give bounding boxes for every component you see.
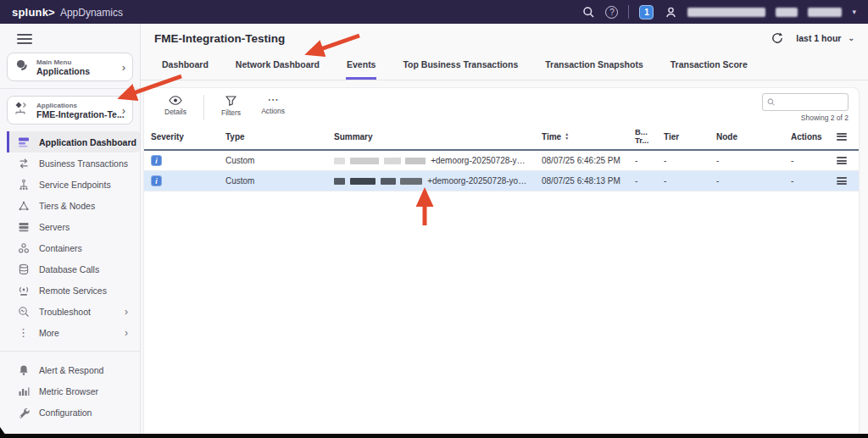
- search-icon: [767, 97, 775, 107]
- events-search-input[interactable]: [778, 97, 843, 107]
- chevron-down-icon: ⌄: [848, 34, 854, 42]
- severity-cell: i: [144, 150, 219, 171]
- toolbar-divider: [203, 95, 204, 120]
- row-menu-icon[interactable]: [837, 157, 847, 164]
- sort-icon: ▲▼: [565, 132, 569, 141]
- help-icon[interactable]: ?: [605, 6, 618, 19]
- columns-menu-icon[interactable]: [837, 133, 847, 141]
- col-header-node[interactable]: Node: [709, 124, 784, 150]
- sidebar-divider: [0, 351, 140, 352]
- sidebar-item-label: Application Dashboard: [39, 137, 136, 147]
- user-menu-caret-icon[interactable]: ▾: [852, 8, 856, 16]
- events-toolbar: Details Filters ⋯ Actions Showing 2 of: [144, 88, 859, 124]
- bt-cell: -: [628, 150, 657, 171]
- time-header-label: Time: [542, 132, 561, 141]
- sidebar-item-configuration[interactable]: Configuration: [7, 402, 140, 423]
- sidebar-item-label: Containers: [39, 243, 82, 253]
- sidebar-item-troubleshoot[interactable]: Troubleshoot ›: [7, 301, 140, 322]
- chevron-right-icon: ›: [122, 104, 125, 117]
- redacted-text: [350, 178, 376, 185]
- sidebar-item-servers[interactable]: Servers: [7, 216, 140, 237]
- sidebar: Main Menu Applications › Applications FM…: [0, 24, 141, 438]
- sidebar-item-tiers-nodes[interactable]: Tiers & Nodes: [7, 195, 140, 216]
- redacted-text: [384, 158, 401, 164]
- col-header-business-transaction[interactable]: B... Tr...: [628, 124, 657, 150]
- actions-button[interactable]: ⋯ Actions: [251, 93, 295, 118]
- info-severity-icon: i: [151, 175, 162, 186]
- col-header-type[interactable]: Type: [219, 124, 327, 150]
- tab-bar: Dashboard Network Dashboard Events Top B…: [141, 53, 868, 80]
- main-menu-card-value: Applications: [36, 66, 115, 76]
- sidebar-item-label: Metric Browser: [39, 386, 98, 396]
- tab-events[interactable]: Events: [346, 53, 376, 80]
- ellipsis-icon: ⋯: [268, 96, 279, 104]
- tab-transaction-score[interactable]: Transaction Score: [670, 53, 748, 80]
- cursor-artifact: [0, 427, 6, 435]
- col-header-tier[interactable]: Tier: [657, 124, 709, 150]
- application-card-value: FME-Integration-Te...: [36, 109, 115, 119]
- sidebar-nav: Application Dashboard Business Transacti…: [0, 131, 140, 423]
- row-menu-icon[interactable]: [837, 177, 847, 185]
- screen-edge-bar: [0, 434, 868, 438]
- transactions-icon: [17, 158, 30, 169]
- filters-button[interactable]: Filters: [211, 93, 251, 119]
- type-cell: Custom: [219, 171, 327, 191]
- col-header-actions[interactable]: Actions: [784, 124, 830, 150]
- sidebar-item-application-dashboard[interactable]: Application Dashboard: [7, 131, 140, 152]
- search-icon[interactable]: [581, 5, 595, 19]
- summary-text: +demoorg-20250728-yohcx created feature …: [427, 176, 535, 186]
- col-header-summary[interactable]: Summary: [327, 124, 535, 150]
- troubleshoot-icon: [17, 306, 30, 318]
- col-header-columns-menu[interactable]: [830, 124, 859, 150]
- sidebar-item-label: Troubleshoot: [39, 307, 91, 317]
- row-menu-cell: [830, 171, 859, 191]
- tiers-nodes-icon: [17, 200, 30, 212]
- redacted-text: [808, 8, 842, 17]
- sidebar-item-remote-services[interactable]: Remote Services: [7, 280, 140, 301]
- table-row[interactable]: i Custom +demoorg-20250728-yohcx created…: [144, 150, 859, 171]
- severity-cell: i: [144, 171, 219, 191]
- topbar: splunk> AppDynamics ? 1 ▾: [0, 0, 868, 24]
- main-menu-card[interactable]: Main Menu Applications ›: [7, 53, 133, 81]
- events-search-box[interactable]: [762, 93, 849, 111]
- redacted-text: [400, 178, 422, 185]
- tab-transaction-snapshots[interactable]: Transaction Snapshots: [544, 53, 644, 80]
- sidebar-item-containers[interactable]: Containers: [7, 237, 140, 258]
- redacted-text: [334, 178, 345, 185]
- showing-count: Showing 2 of 2: [801, 114, 849, 122]
- details-button[interactable]: Details: [154, 93, 197, 119]
- filter-icon: [225, 96, 236, 106]
- sidebar-item-more[interactable]: ⋮ More ›: [7, 322, 140, 343]
- summary-cell[interactable]: +demoorg-20250728-yohcx created feature …: [327, 171, 535, 191]
- user-icon[interactable]: [664, 5, 677, 19]
- sidebar-item-metric-browser[interactable]: Metric Browser: [7, 380, 140, 402]
- sidebar-divider: [0, 88, 140, 89]
- sidebar-item-alert-respond[interactable]: Alert & Respond: [7, 359, 140, 380]
- refresh-icon[interactable]: [771, 31, 784, 45]
- remote-services-icon: [17, 285, 30, 297]
- tab-dashboard[interactable]: Dashboard: [161, 53, 209, 80]
- table-row[interactable]: i Custom +demoorg-20250728-yohcx created…: [144, 171, 859, 191]
- summary-cell[interactable]: +demoorg-20250728-yohcx created feature …: [327, 150, 535, 171]
- hamburger-menu-icon[interactable]: [17, 34, 32, 44]
- main-header: FME-Integration-Testing last 1 hour ⌄: [141, 24, 868, 53]
- eye-icon: [169, 96, 182, 105]
- sidebar-item-business-transactions[interactable]: Business Transactions: [7, 152, 140, 174]
- tab-network-dashboard[interactable]: Network Dashboard: [235, 53, 320, 80]
- events-table: Severity Type Summary Time ▲▼: [144, 124, 859, 191]
- splunk-appdynamics-logo: splunk> AppDynamics: [12, 6, 123, 19]
- col-header-time[interactable]: Time ▲▼: [535, 124, 628, 150]
- tier-cell: -: [657, 150, 709, 171]
- notification-badge[interactable]: 1: [639, 5, 654, 19]
- wrench-icon: [17, 407, 30, 419]
- filters-label: Filters: [221, 108, 241, 117]
- sidebar-item-service-endpoints[interactable]: Service Endpoints: [7, 174, 140, 195]
- application-selector-card[interactable]: Applications FME-Integration-Te... ›: [7, 96, 133, 125]
- time-range-selector[interactable]: last 1 hour ⌄: [796, 33, 854, 43]
- bt-cell: -: [628, 171, 657, 191]
- bt-header-line2: Tr...: [635, 136, 650, 145]
- time-cell: 08/07/25 6:46:25 PM: [535, 150, 628, 171]
- col-header-severity[interactable]: Severity: [144, 124, 219, 150]
- sidebar-item-database-calls[interactable]: Database Calls: [7, 258, 140, 280]
- tab-top-business-transactions[interactable]: Top Business Transactions: [402, 53, 519, 80]
